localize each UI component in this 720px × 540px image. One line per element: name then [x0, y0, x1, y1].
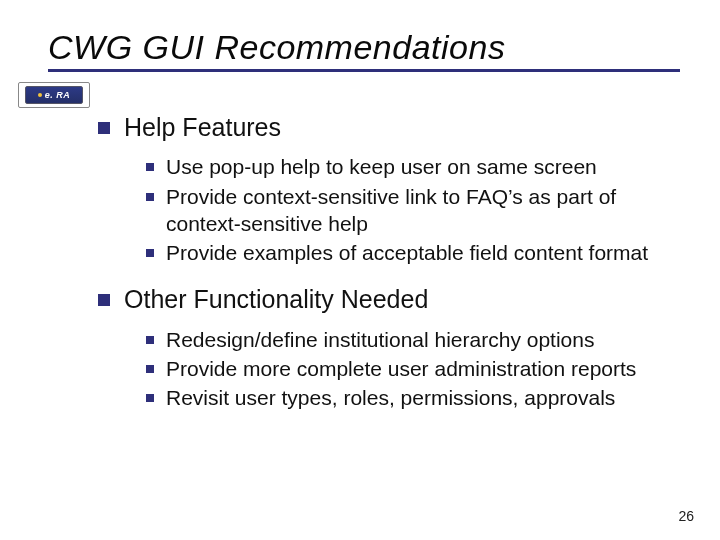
list-item: Provide more complete user administratio… — [146, 355, 672, 382]
list-item-text: Provide more complete user administratio… — [166, 355, 636, 382]
square-bullet-icon — [146, 336, 154, 344]
square-bullet-icon — [98, 294, 110, 306]
list-item-text: Revisit user types, roles, permissions, … — [166, 384, 615, 411]
page-number: 26 — [678, 508, 694, 524]
square-bullet-icon — [98, 122, 110, 134]
section-items: Use pop-up help to keep user on same scr… — [146, 153, 672, 266]
section-heading: Other Functionality Needed — [124, 284, 428, 315]
section-heading-row: Other Functionality Needed — [98, 284, 672, 315]
list-item-text: Redesign/define institutional hierarchy … — [166, 326, 594, 353]
section-heading: Help Features — [124, 112, 281, 143]
list-item: Revisit user types, roles, permissions, … — [146, 384, 672, 411]
list-item: Redesign/define institutional hierarchy … — [146, 326, 672, 353]
slide-title: CWG GUI Recommendations — [48, 28, 680, 67]
section-items: Redesign/define institutional hierarchy … — [146, 326, 672, 412]
content-area: Help Features Use pop-up help to keep us… — [98, 112, 672, 430]
era-logo-inner: e. RA — [25, 86, 83, 104]
list-item-text: Provide examples of acceptable field con… — [166, 239, 648, 266]
square-bullet-icon — [146, 394, 154, 402]
square-bullet-icon — [146, 249, 154, 257]
title-underline — [48, 69, 680, 72]
section-heading-row: Help Features — [98, 112, 672, 143]
square-bullet-icon — [146, 365, 154, 373]
square-bullet-icon — [146, 193, 154, 201]
logo-dot-icon — [38, 93, 42, 97]
era-logo: e. RA — [18, 82, 90, 108]
list-item-text: Provide context-sensitive link to FAQ’s … — [166, 183, 672, 238]
square-bullet-icon — [146, 163, 154, 171]
list-item-text: Use pop-up help to keep user on same scr… — [166, 153, 597, 180]
title-block: CWG GUI Recommendations — [48, 28, 680, 72]
slide: CWG GUI Recommendations e. RA Help Featu… — [0, 0, 720, 540]
list-item: Use pop-up help to keep user on same scr… — [146, 153, 672, 180]
section-help-features: Help Features Use pop-up help to keep us… — [98, 112, 672, 266]
section-other-functionality: Other Functionality Needed Redesign/defi… — [98, 284, 672, 411]
logo-text: e. RA — [45, 90, 71, 100]
list-item: Provide examples of acceptable field con… — [146, 239, 672, 266]
list-item: Provide context-sensitive link to FAQ’s … — [146, 183, 672, 238]
